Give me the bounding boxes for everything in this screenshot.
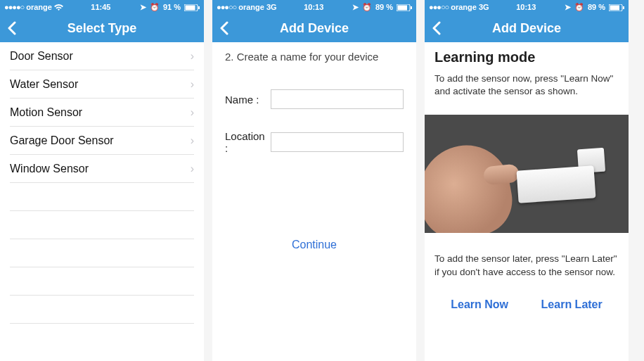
svg-rect-5 — [411, 6, 412, 9]
battery-icon — [397, 3, 412, 11]
status-bar: ●●●○○ orange 3G 10:13 ➤ ⏰ 89 % — [212, 0, 416, 14]
carrier-label: orange — [26, 3, 52, 11]
name-input[interactable] — [271, 89, 404, 109]
page-title: Select Type — [67, 21, 137, 36]
nav-bar: Add Device — [425, 14, 629, 42]
list-item-empty — [10, 211, 194, 239]
clock-label: 10:13 — [304, 3, 323, 11]
chevron-left-icon — [432, 21, 442, 35]
location-input[interactable] — [271, 132, 404, 152]
svg-rect-1 — [185, 6, 195, 11]
svg-rect-7 — [610, 6, 619, 11]
screen-learning-mode: ●●●○○ orange 3G 10:13 ➤ ⏰ 89 % Add Devic… — [425, 0, 629, 361]
location-icon: ➤ — [565, 3, 571, 12]
sensor-type-list: Door Sensor › Water Sensor › Motion Sens… — [0, 42, 204, 324]
carrier-label: orange — [238, 3, 264, 11]
instruction-text: 2. Create a name for your device — [212, 42, 416, 65]
list-item[interactable]: Motion Sensor › — [10, 99, 194, 127]
chevron-left-icon — [7, 21, 17, 35]
page-title: Add Device — [280, 21, 349, 36]
clock-label: 10:13 — [516, 3, 536, 11]
chevron-right-icon: › — [191, 78, 194, 91]
svg-rect-8 — [623, 6, 624, 9]
sensor-demo-image — [425, 115, 629, 233]
clock-label: 11:45 — [91, 3, 110, 11]
list-item-empty — [10, 183, 194, 211]
list-item-label: Door Sensor — [10, 50, 73, 63]
hand-graphic — [425, 139, 517, 233]
nav-bar: Add Device — [212, 14, 416, 42]
chevron-right-icon: › — [191, 134, 194, 147]
chevron-right-icon: › — [191, 50, 194, 63]
list-item[interactable]: Water Sensor › — [10, 70, 194, 99]
status-bar: ●●●●○ orange 11:45 ➤ ⏰ 91 % — [0, 0, 204, 14]
nav-bar: Select Type — [0, 14, 204, 42]
battery-pct-label: 91 % — [163, 3, 181, 11]
battery-pct-label: 89 % — [588, 3, 605, 11]
list-item-label: Garage Door Sensor — [10, 134, 114, 147]
list-item[interactable]: Door Sensor › — [10, 42, 194, 70]
continue-button[interactable]: Continue — [212, 239, 416, 251]
battery-icon — [184, 3, 200, 11]
learn-later-button[interactable]: Learn Later — [541, 298, 603, 311]
screen-add-device-name: ●●●○○ orange 3G 10:13 ➤ ⏰ 89 % Add Devic… — [212, 0, 416, 361]
location-icon: ➤ — [140, 3, 146, 12]
svg-rect-2 — [198, 6, 200, 9]
chevron-right-icon: › — [191, 163, 194, 175]
list-item[interactable]: Garage Door Sensor › — [10, 127, 194, 155]
signal-dots-icon: ●●●○○ — [429, 3, 449, 11]
page-title: Add Device — [492, 21, 561, 36]
chevron-right-icon: › — [191, 106, 194, 119]
battery-pct-label: 89 % — [375, 3, 393, 11]
list-item-empty — [10, 267, 194, 296]
list-item-label: Water Sensor — [10, 78, 78, 91]
learning-mode-text-1: To add the sensor now, press "Learn Now"… — [434, 72, 619, 98]
status-bar: ●●●○○ orange 3G 10:13 ➤ ⏰ 89 % — [425, 0, 629, 14]
list-item[interactable]: Window Sensor › — [10, 155, 194, 183]
carrier-label: orange — [451, 3, 477, 11]
network-label: 3G — [266, 3, 277, 11]
thumb-graphic — [483, 164, 520, 186]
battery-icon — [609, 3, 624, 11]
list-item-empty — [10, 296, 194, 324]
learn-now-button[interactable]: Learn Now — [451, 298, 508, 311]
learning-mode-heading: Learning mode — [434, 49, 619, 65]
location-icon: ➤ — [352, 3, 359, 12]
alarm-icon: ⏰ — [574, 3, 584, 12]
chevron-left-icon — [219, 21, 229, 35]
signal-dots-icon: ●●●○○ — [217, 3, 236, 11]
network-label: 3G — [479, 3, 489, 11]
alarm-icon: ⏰ — [150, 3, 160, 12]
sensor-large-graphic — [517, 166, 596, 204]
list-item-label: Window Sensor — [10, 163, 89, 175]
svg-rect-4 — [397, 6, 407, 11]
wifi-icon — [54, 3, 63, 11]
signal-dots-icon: ●●●●○ — [4, 3, 24, 11]
name-label: Name : — [225, 94, 271, 106]
back-button[interactable] — [7, 14, 17, 42]
back-button[interactable] — [432, 14, 442, 42]
learning-mode-text-2: To add the sensor later, press "Learn La… — [434, 253, 619, 278]
screen-select-type: ●●●●○ orange 11:45 ➤ ⏰ 91 % Select Type … — [0, 0, 204, 361]
alarm-icon: ⏰ — [362, 3, 372, 12]
list-item-empty — [10, 239, 194, 267]
back-button[interactable] — [219, 14, 229, 42]
list-item-label: Motion Sensor — [10, 106, 82, 119]
location-label: Location : — [225, 130, 271, 154]
